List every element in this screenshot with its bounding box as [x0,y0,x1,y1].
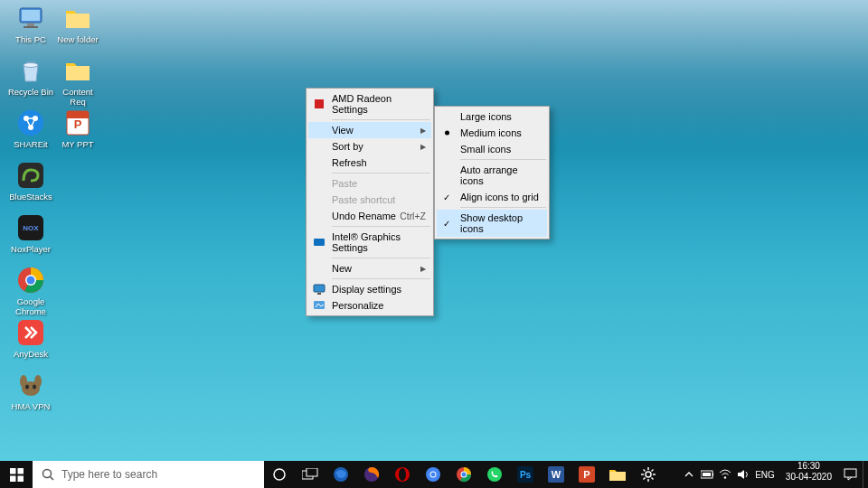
taskbar-app-word[interactable]: W [541,461,571,488]
ctx-medium-icons[interactable]: Medium icons [437,125,547,141]
ctx-show-desktop-icons[interactable]: ✓ Show desktop icons [437,210,547,237]
windows-logo-icon [10,468,24,482]
tray-wifi-icon[interactable] [719,468,731,481]
taskbar-spacer [664,461,677,488]
desktop-icon-bluestacks[interactable]: BlueStacks [7,161,54,202]
desktop-wallpaper[interactable]: This PCNew folderRecycle BinContent ReqS… [0,0,868,461]
svg-rect-69 [703,473,711,476]
taskbar-app-settings[interactable] [633,461,664,488]
svg-text:NOX: NOX [23,224,39,232]
cortana-button[interactable] [264,461,295,488]
ctx-large-icons[interactable]: Large icons [437,108,547,125]
ctx-separator [332,258,430,258]
ctx-auto-arrange[interactable]: Auto arrange icons [437,162,547,189]
desktop-icon-label: NoxPlayer [11,244,51,254]
ctx-align-to-grid[interactable]: ✓ Align icons to grid [437,189,547,205]
anydesk-icon [16,318,45,347]
svg-point-70 [724,476,726,478]
ctx-paste-shortcut: Paste shortcut [308,192,431,208]
desktop-icon-anydesk[interactable]: AnyDesk [7,318,54,359]
desktop-icon-label: Google Chrome [7,296,54,316]
radio-selected-icon [445,131,449,136]
ctx-small-icons[interactable]: Small icons [437,141,547,157]
shareit-icon [16,108,45,137]
amd-icon [312,97,326,111]
svg-rect-2 [27,23,34,26]
svg-rect-33 [10,475,16,482]
svg-rect-29 [317,293,321,295]
ctx-sort-by[interactable]: Sort by ▶ [308,138,431,155]
clock-date: 30-04-2020 [786,472,832,483]
desktop-icon-hma-vpn[interactable]: HMA VPN [7,371,54,411]
desktop-icon-this-pc[interactable]: This PC [7,4,54,44]
svg-rect-32 [17,468,24,474]
recycle-bin-icon [16,56,45,85]
ctx-separator [332,119,430,120]
ctx-refresh[interactable]: Refresh [308,155,431,171]
ctx-separator [332,173,430,174]
tray-battery-icon[interactable] [701,468,713,481]
ctx-view[interactable]: View ▶ [308,122,431,138]
powerpoint-icon: P [578,465,596,483]
desktop-icon-label: New folder [57,34,98,44]
clock-time: 16:30 [786,461,832,472]
svg-point-58 [646,472,651,477]
ctx-amd-radeon-settings[interactable]: AMD Radeon Settings [308,90,431,117]
desktop-icon-label: HMA VPN [12,401,51,411]
desktop-icon-content-req[interactable]: Content Req [54,56,101,107]
svg-text:W: W [552,469,561,480]
tray-language[interactable]: ENG [755,470,775,480]
svg-point-43 [399,468,406,481]
desktop-icon-label: Content Req [54,87,101,107]
desktop-icon-new-folder[interactable]: New folder [54,4,101,44]
ctx-display-settings[interactable]: Display settings [308,281,431,297]
tray-volume-icon[interactable] [737,468,750,481]
action-center-button[interactable] [837,461,863,488]
desktop-icon-google-chrome[interactable]: Google Chrome [7,266,54,316]
taskbar-clock[interactable]: 16:30 30-04-2020 [780,461,837,488]
taskbar: Type here to search Ps W P ENG 16:30 30-… [0,461,868,488]
task-view-button[interactable] [295,461,326,488]
chevron-right-icon: ▶ [420,127,426,135]
svg-rect-14 [18,163,43,188]
desktop-icon-shareit[interactable]: SHAREit [7,108,54,149]
checkmark-icon: ✓ [443,219,450,229]
bluestacks-icon [16,161,45,190]
svg-line-64 [652,478,654,480]
taskbar-app-opera[interactable] [387,461,418,488]
edge-icon [332,465,350,483]
taskbar-app-chrome[interactable] [448,461,479,488]
show-desktop-button[interactable] [863,461,868,488]
ctx-intel-graphics[interactable]: Intel® Graphics Settings [308,229,431,256]
svg-rect-71 [844,469,856,477]
search-box[interactable]: Type here to search [33,461,264,488]
ctx-separator [332,226,430,227]
tray-chevron-up-icon[interactable] [683,468,695,481]
svg-text:Ps: Ps [520,470,532,480]
svg-point-19 [27,277,35,285]
taskbar-app-chrome-canary[interactable] [418,461,448,488]
svg-point-35 [43,470,52,478]
taskbar-app-photoshop[interactable]: Ps [510,461,541,488]
svg-point-46 [431,473,436,477]
desktop-icon-label: AnyDesk [14,349,48,359]
svg-rect-4 [66,14,90,28]
desktop-icon-label: BlueStacks [9,192,52,202]
desktop-icon-my-ppt[interactable]: PMY PPT [54,108,101,149]
taskbar-app-edge[interactable] [326,461,356,488]
start-button[interactable] [0,461,33,488]
ctx-new[interactable]: New ▶ [308,260,431,277]
firefox-icon [363,465,381,483]
ctx-personalize[interactable]: Personalize [308,297,431,314]
taskbar-app-file-explorer[interactable] [602,461,633,488]
taskbar-app-powerpoint[interactable]: P [571,461,602,488]
task-view-icon [302,468,318,481]
taskbar-app-whatsapp[interactable] [479,461,510,488]
desktop-icon-noxplayer[interactable]: NOXNoxPlayer [7,213,54,254]
ctx-undo-rename[interactable]: Undo Rename Ctrl+Z [308,208,431,224]
svg-rect-31 [10,468,16,474]
svg-rect-1 [22,10,40,21]
desktop-icon-recycle-bin[interactable]: Recycle Bin [7,56,54,97]
desktop-icon-label: SHAREit [14,139,47,149]
taskbar-app-firefox[interactable] [356,461,387,488]
